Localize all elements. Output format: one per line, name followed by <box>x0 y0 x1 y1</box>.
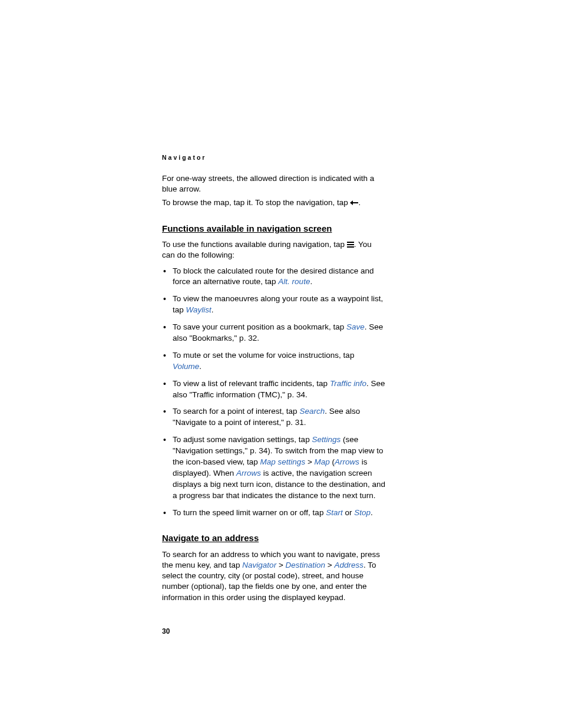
list-item-pre: To save your current position as a bookm… <box>173 322 346 331</box>
speed-post: . <box>371 508 373 517</box>
function-list: To block the calculated route for the de… <box>162 266 385 519</box>
ui-link-settings: Settings <box>312 435 340 444</box>
ui-link-address: Address <box>334 561 363 569</box>
section-1-lead: To use the functions available during na… <box>162 239 385 261</box>
ui-link-map-settings: Map settings <box>260 457 306 466</box>
intro-paragraph-2: To browse the map, tap it. To stop the n… <box>162 197 385 209</box>
list-item-post: . <box>211 305 214 314</box>
ui-link-search: Search <box>299 407 325 416</box>
list-item-pre: To block the calculated route for the de… <box>173 266 373 286</box>
intro-p2-post: . <box>358 198 361 207</box>
intro-paragraph-1: For one-way streets, the allowed directi… <box>162 173 385 195</box>
list-item-pre: To search for a point of interest, tap <box>173 407 299 416</box>
chapter-header: Navigator <box>162 153 385 162</box>
ui-link-destination: Destination <box>286 561 326 569</box>
list-item: To view a list of relevant traffic incid… <box>162 378 385 401</box>
list-item: To mute or set the volume for voice inst… <box>162 350 385 373</box>
section-2-heading: Navigate to an address <box>162 532 385 544</box>
ui-link-traffic-info: Traffic info <box>330 379 366 388</box>
section-1-heading: Functions available in navigation screen <box>162 223 385 235</box>
list-item: To block the calculated route for the de… <box>162 266 385 288</box>
list-item: To view the manoeuvres along your route … <box>162 294 385 316</box>
list-item-post: . <box>199 362 201 371</box>
ui-link-map: Map <box>315 457 330 466</box>
intro-p2-pre: To browse the map, tap it. To stop the n… <box>162 198 350 207</box>
list-item-speed: To turn the speed limit warner on or off… <box>162 508 385 519</box>
back-arrow-icon <box>350 198 358 209</box>
ui-link-volume: Volume <box>173 362 199 371</box>
menu-icon <box>347 242 354 248</box>
page-number: 30 <box>162 627 385 636</box>
ui-link-save: Save <box>346 322 365 331</box>
ui-link-start: Start <box>326 508 343 517</box>
ui-link-alt-route: Alt. route <box>278 277 310 286</box>
speed-mid: or <box>343 508 355 517</box>
list-item-pre: To mute or set the volume for voice inst… <box>173 351 354 360</box>
ui-link-stop: Stop <box>354 508 371 517</box>
ui-link-arrows-2: Arrows <box>236 469 261 477</box>
list-item: To save your current position as a bookm… <box>162 322 385 344</box>
list-item-pre: To view a list of relevant traffic incid… <box>173 379 330 388</box>
list-item: To search for a point of interest, tap S… <box>162 406 385 429</box>
list-item-post: . <box>310 277 312 286</box>
list-item-settings: To adjust some navigation settings, tap … <box>162 434 385 501</box>
chevron-right-separator: > <box>276 561 285 569</box>
ui-link-waylist: Waylist <box>186 305 211 314</box>
chevron-right-separator: > <box>305 457 314 466</box>
speed-pre: To turn the speed limit warner on or off… <box>173 508 326 517</box>
document-page: Navigator For one-way streets, the allow… <box>0 0 562 636</box>
chevron-right-separator: > <box>325 561 334 569</box>
section-1-lead-pre: To use the functions available during na… <box>162 240 347 249</box>
settings-paren: ( <box>330 457 335 466</box>
settings-pre: To adjust some navigation settings, tap <box>173 435 312 444</box>
ui-link-navigator: Navigator <box>242 561 276 569</box>
ui-link-arrows: Arrows <box>335 457 359 466</box>
section-2-paragraph: To search for an address to which you wa… <box>162 549 385 603</box>
